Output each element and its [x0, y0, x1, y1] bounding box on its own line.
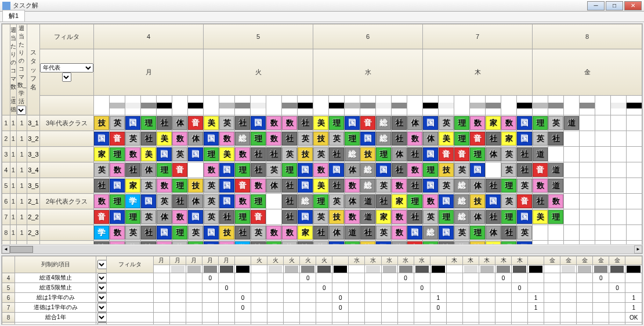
constraint-value-cell[interactable] [332, 313, 349, 323]
schedule-cell[interactable]: 家 [298, 225, 313, 241]
constraint-value-cell[interactable]: 1 [625, 303, 642, 313]
constraint-value-cell[interactable]: 0 [218, 283, 234, 293]
schedule-cell[interactable]: 数 [266, 115, 282, 131]
constraint-value-cell[interactable] [316, 293, 332, 303]
schedule-cell[interactable]: 理 [501, 209, 517, 225]
constraint-value-cell[interactable] [251, 293, 267, 303]
schedule-cell[interactable]: 英 [501, 162, 517, 178]
filter-cell[interactable] [39, 131, 93, 147]
schedule-cell[interactable] [627, 147, 642, 162]
constraint-value-cell[interactable]: 0 [316, 283, 332, 293]
staff-cell[interactable]: 2_2 [27, 209, 39, 225]
constraint-value-cell[interactable] [560, 293, 577, 303]
schedule-cell[interactable]: 社 [282, 209, 298, 225]
schedule-cell[interactable]: 理 [501, 178, 517, 194]
schedule-cell[interactable]: 英 [141, 178, 157, 194]
weekly-coma-2[interactable]: 1 [17, 209, 27, 225]
schedule-cell[interactable]: 数 [392, 225, 407, 241]
constraint-value-cell[interactable]: 0 [495, 273, 511, 283]
constraint-value-cell[interactable] [267, 283, 284, 293]
schedule-cell[interactable]: 国 [439, 194, 454, 209]
schedule-cell[interactable]: 理 [172, 178, 188, 194]
constraint-value-cell[interactable] [316, 273, 332, 283]
schedule-cell[interactable]: 社 [94, 178, 110, 194]
schedule-cell[interactable]: 数 [407, 131, 423, 147]
schedule-cell[interactable] [266, 209, 282, 225]
maximize-button[interactable]: □ [606, 1, 623, 10]
constraint-value-cell[interactable] [284, 273, 300, 283]
constraint-value-cell[interactable] [186, 293, 202, 303]
constraint-value-cell[interactable] [169, 303, 186, 313]
schedule-cell[interactable]: 国 [125, 115, 141, 131]
constraint-value-cell[interactable] [495, 293, 511, 303]
tab-solution-1[interactable]: 解1 [2, 10, 25, 21]
schedule-cell[interactable] [580, 194, 595, 209]
schedule-cell[interactable]: 英 [188, 225, 204, 241]
schedule-cell[interactable]: 社 [235, 225, 251, 241]
schedule-cell[interactable]: 国 [157, 225, 172, 241]
schedule-cell[interactable]: 総 [454, 178, 470, 194]
schedule-cell[interactable] [548, 225, 564, 241]
constraint-value-cell[interactable] [202, 303, 218, 313]
constraint-value-cell[interactable] [349, 323, 365, 325]
weekly-coma-1[interactable]: 1 [10, 178, 17, 194]
constraint-value-cell[interactable]: 0 [414, 283, 430, 293]
schedule-cell[interactable]: 数 [157, 241, 172, 245]
schedule-cell[interactable]: 理 [188, 241, 204, 245]
schedule-cell[interactable]: 体 [423, 131, 439, 147]
constraint-value-cell[interactable] [234, 323, 251, 325]
schedule-cell[interactable]: 社 [533, 194, 548, 209]
schedule-cell[interactable]: 体 [172, 115, 188, 131]
schedule-cell[interactable]: 学 [94, 225, 110, 241]
constraint-value-cell[interactable] [512, 323, 528, 325]
schedule-cell[interactable]: 数 [125, 147, 141, 162]
schedule-cell[interactable]: 国 [219, 178, 235, 194]
schedule-cell[interactable]: 理 [157, 162, 172, 178]
schedule-cell[interactable] [580, 147, 595, 162]
constraint-value-cell[interactable] [446, 323, 462, 325]
staff-cell[interactable]: 3_1 [27, 115, 39, 131]
schedule-cell[interactable]: 美 [439, 131, 454, 147]
constraint-value-cell[interactable] [479, 323, 495, 325]
constraint-value-cell[interactable] [577, 323, 593, 325]
constraint-value-cell[interactable] [300, 293, 316, 303]
schedule-cell[interactable] [595, 209, 611, 225]
constraint-value-cell[interactable] [284, 303, 300, 313]
constraint-value-cell[interactable] [251, 323, 267, 325]
schedule-cell[interactable]: 社 [235, 115, 251, 131]
schedule-cell[interactable]: 学 [235, 241, 251, 245]
constraint-value-cell[interactable] [593, 313, 609, 323]
schedule-cell[interactable]: 理 [548, 209, 564, 225]
schedule-cell[interactable]: 理 [251, 194, 266, 209]
schedule-cell[interactable]: 理 [235, 209, 251, 225]
constraint-value-cell[interactable] [267, 293, 284, 303]
schedule-cell[interactable]: 英 [110, 115, 125, 131]
schedule-cell[interactable]: 体 [188, 131, 204, 147]
schedule-cell[interactable] [564, 131, 580, 147]
constraint-value-cell[interactable] [609, 313, 625, 323]
schedule-cell[interactable] [611, 178, 627, 194]
schedule-cell[interactable]: 国 [141, 194, 157, 209]
constraint-value-cell[interactable] [593, 293, 609, 303]
constraint-value-cell[interactable] [186, 313, 202, 323]
constraint-value-cell[interactable] [446, 303, 462, 313]
schedule-cell[interactable]: 社 [141, 241, 157, 245]
schedule-cell[interactable] [627, 162, 642, 178]
schedule-cell[interactable]: 英 [251, 225, 266, 241]
schedule-cell[interactable] [611, 115, 627, 131]
constraint-value-cell[interactable] [446, 313, 462, 323]
schedule-cell[interactable]: 体 [392, 147, 407, 162]
constraint-value-cell[interactable] [430, 283, 446, 293]
schedule-cell[interactable]: 体 [486, 225, 501, 241]
schedule-cell[interactable]: 数 [172, 209, 188, 225]
constraint-value-cell[interactable] [528, 283, 544, 293]
constraint-value-cell[interactable] [577, 303, 593, 313]
schedule-cell[interactable]: 音 [517, 194, 533, 209]
constraint-value-cell[interactable] [218, 323, 234, 325]
scroll-right-button[interactable]: ► [634, 245, 642, 253]
schedule-cell[interactable]: 国 [360, 131, 376, 147]
constraint-value-cell[interactable] [512, 303, 528, 313]
constraint-value-cell[interactable] [593, 283, 609, 293]
constraint-value-cell[interactable] [512, 273, 528, 283]
constraint-value-cell[interactable] [462, 273, 479, 283]
